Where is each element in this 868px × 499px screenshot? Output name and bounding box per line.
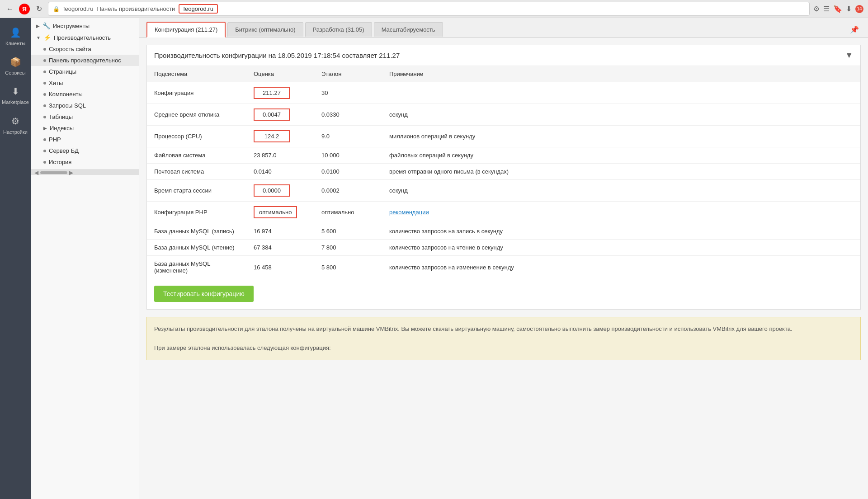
tabs-bar: Конфигурация (211.27) Битрикс (оптимальн… <box>139 18 868 38</box>
sidebar-item-services[interactable]: 📦 Сервисы <box>0 51 31 80</box>
cell-note[interactable]: рекомендации <box>382 202 860 223</box>
nav-bullet-speed <box>43 48 46 51</box>
score-highlighted: 0.0000 <box>254 184 290 197</box>
nav-arrow-performance: ▼ <box>36 35 41 40</box>
nav-label-history: История <box>49 159 71 165</box>
nav-item-components[interactable]: Компоненты <box>31 89 139 100</box>
nav-item-hits[interactable]: Хиты <box>31 77 139 89</box>
cell-standard: 0.0002 <box>314 180 382 202</box>
score-highlighted: оптимально <box>254 206 297 218</box>
nav-item-tools[interactable]: ▶ 🔧 Инструменты <box>31 20 139 32</box>
nav-bullet-dashboard <box>43 59 46 62</box>
nav-label-indexes: Индексы <box>50 125 74 132</box>
yandex-logo: Я <box>19 4 30 14</box>
nav-bullet-pages <box>43 71 46 73</box>
score-highlighted: 211.27 <box>254 87 290 99</box>
cell-subsystem: Среднее время отклика <box>147 104 246 126</box>
cell-score: 16 974 <box>246 223 314 240</box>
cell-standard: 10 000 <box>314 147 382 164</box>
cell-subsystem: Конфигурация <box>147 82 246 104</box>
cell-subsystem: База данных MySQL (запись) <box>147 223 246 240</box>
nav-item-tables[interactable]: Таблицы <box>31 111 139 122</box>
address-page: Панель производительности <box>97 5 175 12</box>
sidebar-label-settings: Настройки <box>3 129 28 135</box>
nav-item-db-server[interactable]: Сервер БД <box>31 145 139 156</box>
cell-note: время отправки одного письма (в секундах… <box>382 164 860 180</box>
nav-label-hits: Хиты <box>49 80 63 86</box>
nav-label-speed: Скорость сайта <box>49 46 91 52</box>
table-row: Конфигурация PHPоптимальнооптимальнореко… <box>147 202 860 223</box>
nav-item-performance[interactable]: ▼ ⚡ Производительность <box>31 32 139 43</box>
table-row: База данных MySQL (изменение)16 4585 800… <box>147 256 860 279</box>
cell-note: секунд <box>382 104 860 126</box>
tools-icon: 🔧 <box>42 22 50 29</box>
nav-item-history[interactable]: История <box>31 156 139 168</box>
nav-label-dashboard: Панель производительнос <box>49 57 121 64</box>
scroll-right[interactable]: ▶ <box>69 169 73 176</box>
sidebar-item-clients[interactable]: 👤 Клиенты <box>0 22 31 51</box>
nav-bullet-tables <box>43 116 46 118</box>
cell-note: количество запросов на запись в секунду <box>382 223 860 240</box>
info-box: Результаты производительности для эталон… <box>146 317 861 360</box>
th-standard: Эталон <box>314 66 382 82</box>
scroll-left[interactable]: ◀ <box>34 169 38 176</box>
sidebar: 👤 Клиенты 📦 Сервисы ⬇ Marketplace ⚙ Наст… <box>0 18 31 499</box>
cell-standard: 7 800 <box>314 240 382 256</box>
table-row: Файловая система23 857.010 000файловых о… <box>147 147 860 164</box>
back-button[interactable]: ← <box>5 4 15 14</box>
recommendations-link[interactable]: рекомендации <box>389 209 429 216</box>
nav-item-php[interactable]: PHP <box>31 134 139 145</box>
clients-icon: 👤 <box>9 26 22 39</box>
tab-bitrix[interactable]: Битрикс (оптимально) <box>227 22 303 37</box>
browser-actions: ⚙ ☰ 🔖 ⬇ 14 <box>813 5 863 13</box>
browser-action-download[interactable]: ⬇ <box>846 5 852 13</box>
nav-bullet-history <box>43 161 46 164</box>
cell-score: оптимально <box>246 202 314 223</box>
info-text-2: При замере эталона использовалась следую… <box>154 344 853 353</box>
sidebar-item-marketplace[interactable]: ⬇ Marketplace <box>0 80 31 110</box>
cell-score: 16 458 <box>246 256 314 279</box>
cell-subsystem: Файловая система <box>147 147 246 164</box>
nav-label-performance: Производительность <box>54 34 111 41</box>
browser-action-bookmark[interactable]: 🔖 <box>833 5 842 13</box>
score-highlighted: 124.2 <box>254 130 290 142</box>
perf-dropdown-btn[interactable]: ▼ <box>845 51 853 60</box>
browser-action-settings[interactable]: ⚙ <box>813 5 820 13</box>
cell-score: 124.2 <box>246 126 314 147</box>
nav-bullet-sql <box>43 104 46 107</box>
tab-dev[interactable]: Разработка (31.05) <box>305 22 372 37</box>
refresh-button[interactable]: ↻ <box>33 4 44 14</box>
cell-standard: 5 600 <box>314 223 382 240</box>
address-bar[interactable]: 🔒 feogorod.ru Панель производительности … <box>48 2 810 16</box>
cell-subsystem: База данных MySQL (чтение) <box>147 240 246 256</box>
nav-item-indexes[interactable]: ▶ Индексы <box>31 122 139 134</box>
cell-note: количество запросов на изменение в секун… <box>382 256 860 279</box>
nav-label-tables: Таблицы <box>49 113 73 120</box>
nav-item-pages[interactable]: Страницы <box>31 66 139 77</box>
table-row: Время старта сессии0.00000.0002секунд <box>147 180 860 202</box>
table-row: База данных MySQL (запись)16 9745 600кол… <box>147 223 860 240</box>
address-tab[interactable]: feogorod.ru <box>179 4 218 14</box>
cell-score: 0.0000 <box>246 180 314 202</box>
cell-standard: 0.0100 <box>314 164 382 180</box>
nav-item-speed[interactable]: Скорость сайта <box>31 43 139 55</box>
tab-scale[interactable]: Масштабируемость <box>374 22 443 37</box>
nav-scroll-bar[interactable]: ◀ ▶ <box>31 169 139 175</box>
cell-score: 0.0047 <box>246 104 314 126</box>
nav-item-sql[interactable]: Запросы SQL <box>31 100 139 111</box>
tab-pin[interactable]: 📌 <box>848 24 861 36</box>
perf-header: Производительность конфигурации на 18.05… <box>147 45 860 66</box>
test-button-container: Тестировать конфигурацию <box>147 278 860 309</box>
browser-action-grid[interactable]: ☰ <box>823 5 830 13</box>
perf-panel: Производительность конфигурации на 18.05… <box>146 45 861 310</box>
tab-config[interactable]: Конфигурация (211.27) <box>146 22 226 38</box>
test-config-button[interactable]: Тестировать конфигурацию <box>154 286 254 302</box>
th-score: Оценка <box>246 66 314 82</box>
sidebar-label-marketplace: Marketplace <box>2 99 29 105</box>
sidebar-item-settings[interactable]: ⚙ Настройки <box>0 110 31 140</box>
nav-item-dashboard[interactable]: Панель производительнос <box>31 55 139 66</box>
table-row: Процессор (CPU)124.29.0миллионов операци… <box>147 126 860 147</box>
nav-section: ▶ 🔧 Инструменты ▼ ⚡ Производительность С… <box>31 18 139 169</box>
nav-label-tools: Инструменты <box>53 23 90 29</box>
table-row: База данных MySQL (чтение)67 3847 800кол… <box>147 240 860 256</box>
